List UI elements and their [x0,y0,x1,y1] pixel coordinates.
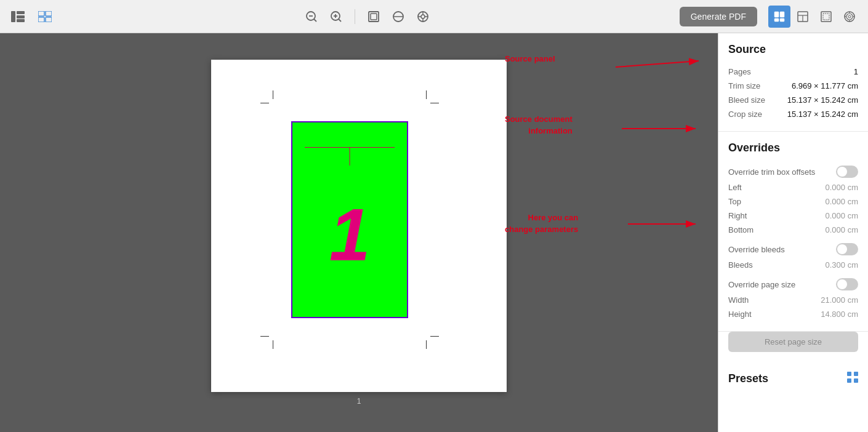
pdf-page: 1 [211,60,507,392]
left-label: Left [728,183,742,192]
svg-rect-2 [17,15,25,18]
crop-mark-br-h [430,336,439,337]
fit-page-btn[interactable] [364,7,384,26]
zoom-in-btn[interactable] [326,7,346,26]
svg-line-42 [616,61,699,67]
svg-line-14 [339,19,341,22]
height-row: Height 14.800 cm [728,307,858,321]
right-label: Right [728,211,747,220]
reset-page-size-btn[interactable]: Reset page size [728,332,858,352]
canvas-area[interactable]: 1 1 Source panel Source document [0,33,718,432]
svg-line-10 [314,19,316,22]
right-panel: Source Pages 1 Trim size 6.969 × 11.777 … [718,33,868,432]
toolbar-left [7,7,55,26]
svg-rect-25 [774,12,779,17]
crop-mark-tr-v [426,90,427,99]
thumbnails-btn[interactable] [34,7,55,26]
override-page-size-label: Override page size [728,280,795,289]
top-row: Top 0.000 cm [728,194,858,209]
height-value: 14.800 cm [821,310,858,319]
annotation-change-params: Here you canchange parameters [505,212,578,235]
overrides-title: Overrides [728,142,858,154]
bottom-label: Bottom [728,225,753,234]
fit-width-btn[interactable] [388,7,408,26]
crop-size-value: 15.137 × 15.242 cm [787,110,858,119]
width-row: Width 21.000 cm [728,293,858,307]
svg-rect-32 [821,12,831,22]
presets-grid-icon[interactable] [847,372,858,385]
crop-mark-tl-v [273,90,273,99]
pages-label: Pages [728,67,751,76]
main-content: 1 1 Source panel Source document [0,33,868,432]
svg-point-36 [848,15,851,18]
svg-rect-1 [17,11,25,14]
svg-rect-45 [847,372,851,376]
left-value: 0.000 cm [826,183,858,192]
presets-header: Presets [728,372,858,385]
generate-pdf-btn[interactable]: Generate PDF [680,7,757,26]
svg-rect-5 [46,11,52,16]
green-rectangle: 1 [291,121,408,318]
crop-mark-tr-h [430,103,439,103]
bleed-size-row: Bleed size 15.137 × 15.242 cm [728,93,858,107]
svg-rect-46 [854,372,858,376]
tab-target[interactable] [838,6,861,28]
right-row: Right 0.000 cm [728,209,858,223]
tab-margin[interactable] [815,6,837,28]
crop-mark-br-v [426,340,427,349]
svg-point-35 [846,14,853,20]
zoom-out-btn[interactable] [302,7,321,26]
page-label: 1 [357,397,361,406]
override-bleeds-row: Override bleeds [728,241,858,258]
presets-section: Presets [718,362,868,395]
crop-size-label: Crop size [728,110,762,119]
source-section: Source Pages 1 Trim size 6.969 × 11.777 … [718,33,868,132]
presets-title: Presets [728,372,768,385]
trim-box-label: Override trim box offsets [728,167,815,177]
svg-rect-4 [38,11,44,16]
annotation-source-doc: Source documentinformation [505,113,573,137]
svg-rect-3 [17,19,25,22]
trim-size-row: Trim size 6.969 × 11.777 cm [728,79,858,93]
override-page-size-row: Override page size [728,276,858,293]
width-label: Width [728,295,749,305]
svg-point-20 [421,15,425,18]
trim-size-value: 6.969 × 11.777 cm [792,81,858,90]
tab-layout[interactable] [792,6,814,28]
svg-rect-7 [46,17,52,22]
trim-box-row: Override trim box offsets [728,163,858,180]
override-page-size-toggle[interactable] [836,278,858,290]
toolbar-center [55,7,680,26]
toolbar-divider [355,9,355,24]
height-label: Height [728,310,752,319]
tab-source[interactable] [768,6,790,28]
bleeds-value: 0.300 cm [826,260,858,270]
bleeds-row: Bleeds 0.300 cm [728,258,858,272]
panel-toggle-btn[interactable] [7,7,28,26]
panel-tabs [768,6,861,28]
width-value: 21.000 cm [821,295,858,305]
crop-mark-bl-h [260,336,269,337]
bottom-value: 0.000 cm [826,225,858,234]
bleeds-label: Bleeds [728,260,753,270]
red-line-vertical [350,147,350,166]
page-number-display: 1 [329,198,371,271]
crop-size-row: Crop size 15.137 × 15.242 cm [728,107,858,121]
bleed-size-label: Bleed size [728,95,765,105]
annotation-source-panel: Source panel [505,53,555,64]
toolbar-right: Generate PDF [680,6,861,28]
svg-rect-28 [780,18,784,22]
crop-mark-tl-h [260,103,269,103]
trim-size-label: Trim size [728,81,760,90]
toolbar: Generate PDF [0,0,868,33]
actual-size-btn[interactable] [413,7,433,26]
bottom-row: Bottom 0.000 cm [728,223,858,237]
override-bleeds-toggle[interactable] [836,243,858,255]
source-title: Source [728,43,858,56]
svg-rect-0 [11,11,15,22]
page-container: 1 1 [211,60,507,406]
svg-rect-33 [823,14,829,20]
bleed-size-value: 15.137 × 15.242 cm [787,95,858,105]
trim-box-toggle[interactable] [836,166,858,178]
top-label: Top [728,197,741,206]
